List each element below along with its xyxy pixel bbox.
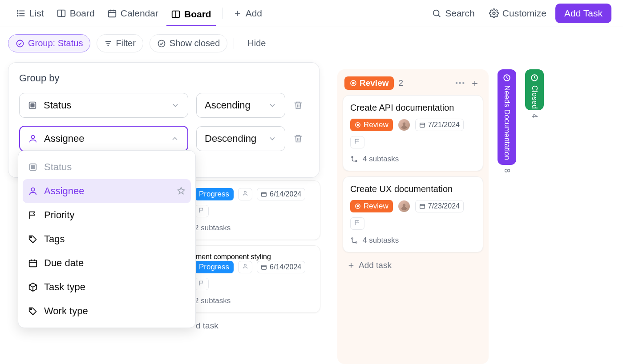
subtasks-row[interactable]: 4 subtasks bbox=[350, 155, 476, 164]
column-header: Review 2 ••• ＋ bbox=[343, 75, 483, 95]
assignee-placeholder[interactable] bbox=[238, 261, 252, 273]
view-tab-calendar[interactable]: Calendar bbox=[103, 4, 163, 22]
status-chip-review[interactable]: Review bbox=[344, 76, 394, 90]
status-chip-review-small[interactable]: Review bbox=[350, 200, 393, 212]
collapsed-column-closed[interactable]: Closed 4 bbox=[525, 69, 544, 364]
svg-point-25 bbox=[352, 82, 354, 84]
dropdown-item-priority[interactable]: Priority bbox=[23, 203, 191, 227]
status-icon bbox=[28, 162, 38, 172]
show-closed-pill[interactable]: Show closed bbox=[150, 34, 227, 52]
view-tab-label: Board bbox=[184, 9, 211, 20]
subtasks-row[interactable]: 2 subtasks bbox=[194, 296, 313, 305]
svg-rect-8 bbox=[108, 11, 116, 17]
subtasks-text: 2 subtasks bbox=[194, 224, 231, 232]
groupby-field-select[interactable]: Assignee bbox=[19, 126, 188, 152]
task-card[interactable]: Progress 6/14/2024 2 subtasks bbox=[178, 180, 320, 240]
add-view-button[interactable]: Add bbox=[229, 4, 267, 22]
svg-point-52 bbox=[31, 136, 34, 139]
due-date[interactable]: 7/23/2024 bbox=[415, 200, 464, 212]
group-status-pill[interactable]: Group: Status bbox=[8, 34, 90, 52]
status-chip-progress-small[interactable]: Progress bbox=[194, 188, 234, 200]
groupby-order-select[interactable]: Ascending bbox=[196, 93, 285, 118]
filter-pill[interactable]: Filter bbox=[97, 34, 143, 52]
assignee-avatar[interactable] bbox=[397, 200, 411, 213]
assignee-avatar[interactable] bbox=[397, 118, 411, 132]
calendar-icon bbox=[419, 122, 425, 128]
search-icon bbox=[432, 8, 441, 18]
hide-button[interactable]: Hide bbox=[240, 35, 273, 52]
svg-rect-28 bbox=[420, 123, 425, 127]
add-label: Add bbox=[246, 8, 262, 19]
column-add-icon[interactable]: ＋ bbox=[470, 76, 480, 90]
dropdown-item-due-date[interactable]: Due date bbox=[23, 251, 191, 275]
dropdown-item-label: Tags bbox=[44, 233, 65, 245]
search-button[interactable]: Search bbox=[426, 4, 480, 22]
view-tab-board-active[interactable]: Board bbox=[166, 5, 216, 26]
collapsed-column-needs-doc[interactable]: Needs Documentation 8 bbox=[498, 69, 516, 364]
priority-flag[interactable] bbox=[350, 217, 364, 230]
add-task-label: Add task bbox=[359, 260, 392, 270]
date-text: 6/14/2024 bbox=[270, 190, 301, 198]
plus-icon bbox=[347, 261, 355, 269]
svg-point-30 bbox=[352, 156, 353, 158]
subtasks-row[interactable]: 2 subtasks bbox=[194, 224, 313, 232]
svg-point-3 bbox=[17, 11, 18, 12]
chevron-down-icon bbox=[268, 134, 277, 143]
view-tab-board[interactable]: Board bbox=[52, 4, 99, 22]
order-label: Descending bbox=[205, 133, 256, 144]
dropdown-item-tags[interactable]: Tags bbox=[23, 227, 191, 251]
dropdown-item-assignee[interactable]: Assignee bbox=[23, 179, 191, 203]
field-label: Status bbox=[44, 100, 71, 111]
priority-flag[interactable] bbox=[350, 136, 364, 148]
groupby-field-select[interactable]: Status bbox=[19, 93, 188, 118]
priority-flag[interactable] bbox=[194, 278, 209, 290]
due-date[interactable]: 7/21/2024 bbox=[415, 119, 464, 131]
board-icon bbox=[171, 9, 181, 19]
svg-point-63 bbox=[31, 309, 32, 310]
add-task-button[interactable]: Add Task bbox=[555, 4, 611, 23]
column-more-icon[interactable]: ••• bbox=[455, 79, 465, 87]
svg-rect-43 bbox=[262, 192, 267, 196]
task-card[interactable]: ement component styling Progress 6/14/20… bbox=[178, 245, 320, 313]
task-card[interactable]: Create UX documentation Review 7/23/2024… bbox=[343, 176, 483, 252]
delete-icon[interactable] bbox=[293, 134, 303, 144]
priority-flag[interactable] bbox=[194, 205, 209, 217]
view-tab-label: List bbox=[29, 8, 44, 19]
svg-point-36 bbox=[352, 238, 353, 239]
add-task-row[interactable]: d task bbox=[178, 318, 320, 333]
status-chip-review-small[interactable]: Review bbox=[350, 119, 393, 131]
gear-icon bbox=[489, 8, 499, 18]
review-icon bbox=[355, 122, 361, 128]
status-chip-progress-small[interactable]: Progress bbox=[194, 261, 234, 273]
date-text: 7/21/2024 bbox=[428, 121, 460, 129]
search-label: Search bbox=[445, 8, 475, 19]
review-icon bbox=[350, 80, 357, 87]
show-closed-label: Show closed bbox=[170, 38, 220, 48]
svg-line-17 bbox=[438, 15, 440, 17]
dropdown-item-label: Priority bbox=[44, 209, 74, 221]
column-review: Review 2 ••• ＋ Create API documentation … bbox=[337, 69, 489, 364]
due-date[interactable]: 6/14/2024 bbox=[257, 261, 305, 273]
customize-button[interactable]: Customize bbox=[484, 4, 552, 22]
svg-point-45 bbox=[244, 264, 247, 266]
add-task-row[interactable]: Add task bbox=[343, 258, 483, 273]
assignee-placeholder[interactable] bbox=[238, 188, 252, 200]
delete-icon[interactable] bbox=[293, 100, 303, 110]
view-tab-label: Board bbox=[70, 8, 95, 19]
subtasks-row[interactable]: 4 subtasks bbox=[350, 236, 476, 245]
dropdown-item-label: Status bbox=[44, 161, 72, 173]
groupby-order-select[interactable]: Descending bbox=[196, 126, 285, 151]
dropdown-item-status[interactable]: Status bbox=[23, 155, 191, 179]
task-card[interactable]: Create API documentation Review 7/21/202… bbox=[343, 95, 483, 171]
svg-rect-56 bbox=[31, 165, 34, 168]
view-tab-list[interactable]: List bbox=[12, 4, 49, 22]
chevron-down-icon bbox=[171, 101, 180, 110]
dropdown-item-task-type[interactable]: Task type bbox=[23, 275, 191, 299]
groupby-row: Assignee Descending bbox=[19, 126, 308, 152]
status-label: Review bbox=[364, 202, 388, 211]
due-date[interactable]: 6/14/2024 bbox=[257, 188, 305, 200]
filter-label: Filter bbox=[116, 38, 135, 48]
status-label: Progress bbox=[199, 190, 229, 199]
dropdown-item-work-type[interactable]: Work type bbox=[23, 299, 191, 323]
calendar-icon bbox=[261, 191, 267, 197]
